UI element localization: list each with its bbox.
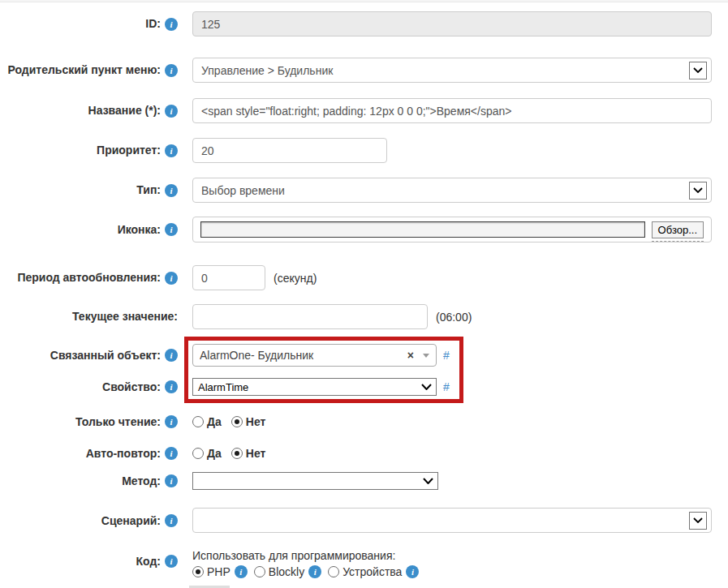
priority-label: Приоритет:: [97, 144, 161, 157]
auto-repeat-no-radio[interactable]: [231, 448, 243, 459]
row-current-value: Текущее значение: (06:00): [0, 304, 728, 329]
info-icon[interactable]: i: [165, 447, 178, 460]
row-method: Метод: i: [0, 472, 728, 490]
linked-object-hash-link[interactable]: #: [443, 349, 450, 362]
icon-file-path-field[interactable]: [200, 221, 645, 238]
row-parent-menu: Родительский пункт меню: i Управление > …: [0, 58, 728, 83]
row-linked-object: Связанный объект: i AlarmOne- Будильник …: [0, 344, 728, 367]
info-icon[interactable]: i: [165, 474, 178, 487]
auto-repeat-label: Авто-повтор:: [86, 447, 161, 460]
chevron-down-icon: [689, 512, 707, 530]
info-icon[interactable]: i: [165, 514, 178, 527]
method-label: Метод:: [122, 474, 161, 487]
row-scenario: Сценарий: i: [0, 508, 728, 533]
row-refresh-period: Период автообновления: i (секунд): [0, 265, 728, 290]
info-icon[interactable]: i: [165, 18, 178, 31]
info-icon[interactable]: i: [165, 380, 178, 393]
row-name: Название (*): i: [0, 98, 728, 123]
icon-label: Иконка:: [118, 223, 161, 236]
row-id: ID: i: [0, 11, 728, 36]
code-label: Код:: [136, 555, 161, 568]
code-blockly-radio[interactable]: [254, 566, 265, 577]
linked-object-select2[interactable]: AlarmOne- Будильник ×: [192, 344, 437, 367]
row-property: Свойство: i AlarmTime #: [0, 378, 728, 396]
info-icon[interactable]: i: [165, 272, 178, 285]
current-value-label: Текущее значение:: [72, 310, 178, 323]
refresh-period-hint: (секунд): [274, 272, 317, 285]
read-only-no-label[interactable]: Нет: [246, 415, 266, 428]
auto-repeat-no-label[interactable]: Нет: [246, 447, 266, 460]
row-auto-repeat: Авто-повтор: i Да Нет: [0, 447, 728, 460]
property-label: Свойство:: [102, 380, 161, 393]
code-php-radio[interactable]: [192, 566, 204, 577]
parent-menu-label: Родительский пункт меню:: [7, 63, 161, 76]
refresh-period-label: Период автообновления:: [17, 271, 161, 284]
scenario-label: Сценарий:: [101, 514, 161, 527]
current-value-hint: (06:00): [436, 311, 472, 324]
info-icon[interactable]: i: [165, 64, 178, 77]
chevron-down-icon: [689, 62, 707, 79]
row-read-only: Только чтение: i Да Нет: [0, 415, 728, 428]
refresh-period-field[interactable]: [192, 265, 265, 290]
id-label: ID:: [145, 17, 161, 30]
info-icon[interactable]: i: [165, 555, 178, 568]
type-label: Тип:: [136, 183, 161, 196]
name-label: Название (*):: [88, 104, 161, 117]
property-selected-value: AlarmTime: [198, 381, 248, 393]
parent-menu-select[interactable]: Управление > Будильник: [192, 58, 712, 83]
current-value-field[interactable]: [192, 304, 428, 329]
info-icon[interactable]: i: [165, 184, 178, 197]
scenario-select[interactable]: [192, 508, 712, 533]
read-only-no-radio[interactable]: [231, 416, 243, 427]
read-only-yes-radio[interactable]: [192, 416, 204, 427]
dropdown-triangle-icon: [423, 354, 429, 358]
linked-object-label: Связанный объект:: [50, 349, 161, 362]
code-blockly-label[interactable]: Blockly: [269, 565, 304, 578]
name-field[interactable]: [192, 98, 712, 123]
row-type: Тип: i Выбор времени: [0, 178, 728, 203]
row-code: Код: i Использовать для программирования…: [0, 549, 728, 578]
menu-item-edit-form: ID: i Родительский пункт меню: i Управле…: [0, 2, 728, 578]
code-prompt: Использовать для программирования:: [192, 549, 425, 562]
linked-object-group: Связанный объект: i AlarmOne- Будильник …: [0, 344, 728, 396]
browse-button[interactable]: Обзор...: [652, 221, 704, 238]
parent-menu-selected-value: Управление > Будильник: [201, 64, 333, 77]
property-hash-link[interactable]: #: [443, 380, 450, 393]
read-only-label: Только чтение:: [75, 415, 161, 428]
code-language-radios: PHP i Blockly i Устройства i: [192, 565, 425, 578]
code-devices-label[interactable]: Устройства: [342, 565, 402, 578]
auto-repeat-yes-radio[interactable]: [192, 448, 204, 459]
info-icon[interactable]: i: [165, 144, 178, 157]
priority-field[interactable]: [192, 138, 387, 163]
auto-repeat-yes-label[interactable]: Да: [207, 447, 222, 460]
property-select[interactable]: AlarmTime: [192, 378, 437, 396]
info-icon[interactable]: i: [406, 565, 419, 578]
code-devices-radio[interactable]: [328, 566, 339, 577]
code-php-label[interactable]: PHP: [207, 565, 230, 578]
info-icon[interactable]: i: [308, 565, 321, 578]
info-icon[interactable]: i: [165, 415, 178, 428]
type-select[interactable]: Выбор времени: [192, 178, 712, 203]
clear-icon[interactable]: ×: [407, 350, 414, 361]
chevron-down-icon: [423, 478, 433, 484]
type-selected-value: Выбор времени: [201, 184, 285, 197]
info-icon[interactable]: i: [235, 565, 248, 578]
method-select[interactable]: [192, 472, 438, 490]
linked-object-selected-value: AlarmOne- Будильник: [200, 349, 407, 362]
info-icon[interactable]: i: [165, 223, 178, 236]
read-only-yes-label[interactable]: Да: [207, 415, 222, 428]
info-icon[interactable]: i: [165, 105, 178, 118]
icon-file-input: Обзор...: [192, 217, 712, 242]
chevron-down-icon: [689, 182, 707, 200]
row-priority: Приоритет: i: [0, 138, 728, 163]
chevron-down-icon: [421, 384, 432, 390]
row-icon: Иконка: i Обзор...: [0, 217, 728, 242]
info-icon[interactable]: i: [165, 349, 178, 362]
id-field: [192, 11, 712, 36]
